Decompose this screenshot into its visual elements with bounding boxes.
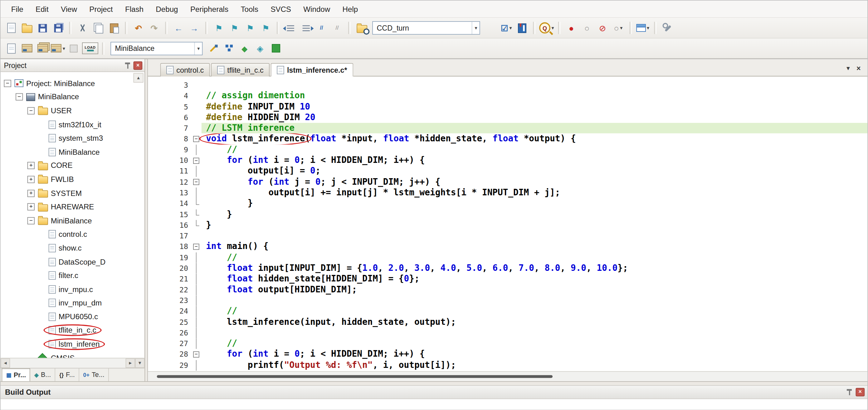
code-line-8[interactable]: 8−void lstm_inference(float *input, floa… [148, 133, 867, 145]
uncomment-button[interactable]: // [330, 21, 344, 35]
tree-item-datascope-d[interactable]: DataScope_D [1, 255, 145, 269]
scrollbar-thumb[interactable] [157, 375, 553, 378]
build-button[interactable] [20, 41, 34, 56]
tab-tflite-in-c-c[interactable]: tflite_in_c.c [211, 63, 270, 76]
bottom-splitter[interactable] [1, 381, 867, 385]
menu-item-debug[interactable]: Debug [150, 5, 184, 13]
tree-item-cmsis[interactable]: CMSIS [1, 351, 145, 357]
scroll-down-button[interactable]: ▼ [135, 358, 145, 368]
bookmark-clear-button[interactable]: ⚑ [258, 21, 273, 35]
tree-item-hareware[interactable]: +HAREWARE [1, 200, 145, 214]
code-line-29[interactable]: 29 printf("Output %d: %f\n", i, output[i… [148, 360, 867, 371]
code-line-26[interactable]: 26 [148, 327, 867, 339]
tree-item-user[interactable]: −USER [1, 104, 145, 118]
debug-session-button[interactable]: Q▾ [539, 21, 554, 35]
code-line-28[interactable]: 28− for (int i = 0; i < HIDDEN_DIM; i++)… [148, 349, 867, 360]
insert-breakpoint-button[interactable]: ● [564, 21, 579, 35]
code-line-20[interactable]: 20 float input[INPUT_DIM] = {1.0, 2.0, 3… [148, 263, 867, 274]
dropdown-icon[interactable]: ▾ [194, 42, 200, 54]
code-line-5[interactable]: 5#define INPUT_DIM 10 [148, 101, 867, 112]
download-button[interactable]: LOAD [82, 41, 98, 56]
fold-collapse-icon[interactable]: − [193, 158, 199, 164]
code-line-3[interactable]: 3 [148, 80, 867, 91]
menu-item-file[interactable]: File [5, 5, 29, 13]
configure-button[interactable] [660, 21, 675, 35]
scroll-up-button[interactable]: ▲ [133, 73, 144, 83]
open-file-button[interactable] [20, 21, 34, 35]
tree-item-system[interactable]: +SYSTEM [1, 186, 145, 200]
menu-item-flash[interactable]: Flash [119, 5, 150, 13]
tree-item-inv-mpu-dm[interactable]: inv_mpu_dm [1, 296, 145, 310]
tab-lstm-inference-c[interactable]: lstm_inference.c* [271, 63, 353, 76]
tree-item-show-c[interactable]: show.c [1, 241, 145, 255]
enable-breakpoint-button[interactable]: ○ [580, 21, 594, 35]
code-line-22[interactable]: 22 float output[HIDDEN_DIM]; [148, 285, 867, 295]
code-line-11[interactable]: 11 output[i] = 0; [148, 166, 867, 177]
file-extensions-button[interactable] [221, 41, 236, 56]
tree-item-system-stm3[interactable]: system_stm3 [1, 131, 145, 145]
code-editor[interactable]: 34// assign dimention5#define INPUT_DIM … [148, 76, 867, 371]
pack-installer-button[interactable] [269, 41, 283, 56]
undo-button[interactable]: ↶ [131, 21, 146, 35]
navigate-forward-button[interactable]: → [187, 21, 202, 35]
bookmark-prev-button[interactable]: ⚑ [243, 21, 257, 35]
panel-tab-project[interactable]: ▦Pr... [2, 368, 30, 381]
memory-window-button[interactable]: ▾ [636, 21, 650, 35]
tree-item-tflite-in-c-c[interactable]: tflite_in_c.c [1, 323, 145, 337]
code-line-23[interactable]: 23 [148, 295, 867, 306]
collapse-icon[interactable]: − [27, 217, 35, 224]
copy-button[interactable] [91, 21, 106, 35]
tree-item-lstm-inferen[interactable]: lstm_inferen [1, 337, 145, 351]
code-line-12[interactable]: 12− for (int j = 0; j < INPUT_DIM; j++) … [148, 177, 867, 188]
pin-icon[interactable] [124, 62, 131, 69]
fold-collapse-icon[interactable]: − [193, 244, 199, 250]
tab-control-c[interactable]: control.c [160, 63, 210, 76]
bookmark-next-button[interactable]: ⚑ [227, 21, 242, 35]
cut-button[interactable] [75, 21, 90, 35]
menu-item-peripherals[interactable]: Peripherals [184, 5, 235, 13]
expand-icon[interactable]: + [27, 203, 35, 210]
target-options-button[interactable] [206, 41, 221, 56]
code-line-16[interactable]: 16} [148, 220, 867, 231]
pin-icon[interactable] [846, 388, 852, 395]
code-line-18[interactable]: 18−int main() { [148, 242, 867, 252]
menu-item-window[interactable]: Window [297, 5, 336, 13]
code-line-27[interactable]: 27 // [148, 338, 867, 349]
translate-button[interactable] [4, 41, 19, 56]
panel-splitter[interactable] [145, 59, 147, 381]
collapse-icon[interactable]: − [27, 107, 35, 114]
tree-item-core[interactable]: +CORE [1, 159, 145, 172]
expand-icon[interactable]: + [27, 189, 35, 196]
code-line-19[interactable]: 19 // [148, 252, 867, 263]
expand-icon[interactable]: + [27, 162, 35, 169]
code-line-25[interactable]: 25 lstm_inference(input, hidden_state, o… [148, 317, 867, 327]
panel-tab-functions[interactable]: {}F... [55, 368, 79, 381]
stop-build-button[interactable] [66, 41, 81, 56]
tree-item-mpu6050-c[interactable]: MPU6050.c [1, 310, 145, 323]
select-packs-button[interactable]: ◈ [253, 41, 268, 56]
scroll-left-button[interactable]: ◄ [1, 358, 10, 368]
batch-build-button[interactable]: ▾ [51, 41, 65, 56]
tree-item-minibalance[interactable]: MiniBalance [1, 145, 145, 159]
collapse-icon[interactable]: − [16, 93, 23, 100]
save-all-button[interactable] [51, 21, 65, 35]
redo-button[interactable]: ↷ [147, 21, 162, 35]
new-file-button[interactable] [4, 21, 19, 35]
code-line-4[interactable]: 4// assign dimention [148, 91, 867, 101]
manage-rte-button[interactable]: ◆ [237, 41, 252, 56]
menu-item-edit[interactable]: Edit [29, 5, 55, 13]
code-line-17[interactable]: 17 [148, 230, 867, 242]
paste-button[interactable] [107, 21, 121, 35]
save-button[interactable] [35, 21, 50, 35]
menu-item-view[interactable]: View [55, 5, 83, 13]
menu-item-project[interactable]: Project [83, 5, 119, 13]
code-line-6[interactable]: 6#define HIDDEN_DIM 20 [148, 112, 867, 123]
notebook-button[interactable] [515, 21, 529, 35]
code-line-24[interactable]: 24 // [148, 306, 867, 317]
fold-collapse-icon[interactable]: − [193, 179, 199, 185]
tree-item-filter-c[interactable]: filter.c [1, 269, 145, 282]
panel-tab-templates[interactable]: 0+Te... [79, 368, 109, 381]
panel-tab-books[interactable]: ◈B... [30, 368, 55, 381]
unindent-button[interactable] [283, 21, 298, 35]
scrollbar-track[interactable] [10, 358, 125, 368]
